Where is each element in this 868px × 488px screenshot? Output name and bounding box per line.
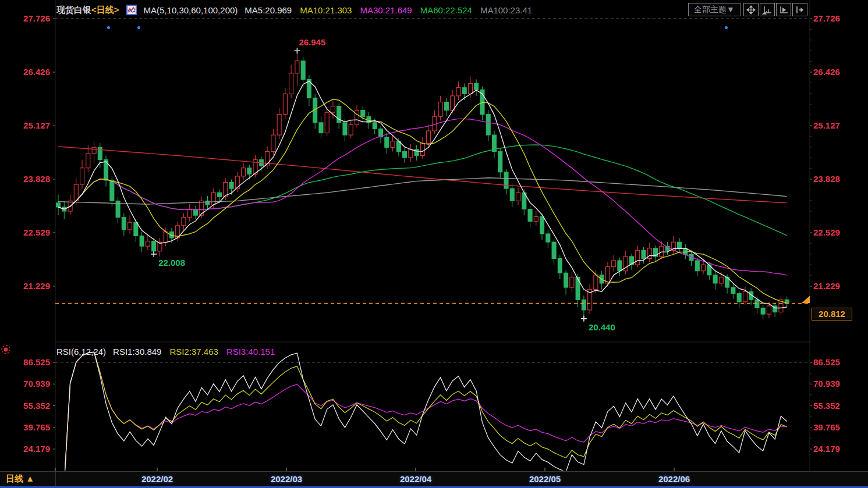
indicator-dot-icon[interactable] xyxy=(1,344,11,357)
rsi-legend-values: RSI1:30.849RSI2:37.463RSI3:40.151 xyxy=(113,347,275,357)
axis-separator xyxy=(55,472,56,486)
axis-play-icon[interactable] xyxy=(776,3,791,16)
price-annotation: 26.945 xyxy=(299,37,325,47)
legend-value: RSI2:37.463 xyxy=(169,347,218,357)
rsi-tick-label: 39.765 xyxy=(1,422,50,433)
pane-exit-icon[interactable] xyxy=(792,3,807,16)
x-axis-month-label: 2022/05 xyxy=(529,474,561,484)
price-tick-label: 26.426 xyxy=(1,67,50,77)
rsi-tick-label: 86.525 xyxy=(1,357,50,368)
chart-canvas[interactable] xyxy=(0,0,868,488)
price-tick-label: 25.127 xyxy=(1,120,50,131)
price-tick-label: 27.726 xyxy=(813,13,840,24)
timeframe-selector[interactable]: 日线 ▲ xyxy=(6,473,34,485)
legend-value: RSI1:30.849 xyxy=(113,347,161,357)
rsi-tick-label: 86.525 xyxy=(813,357,840,368)
price-tick-label: 23.828 xyxy=(813,174,840,184)
rsi-params-label: RSI(6,12,24) xyxy=(56,347,106,357)
instrument-name: 现货白银 xyxy=(56,5,91,15)
price-tick-label: 21.229 xyxy=(1,281,50,291)
legend-value: RSI3:40.151 xyxy=(226,347,275,357)
price-tick-label: 22.529 xyxy=(1,227,50,238)
rsi-tick-label: 24.179 xyxy=(813,444,840,454)
legend-value: MA10:21.303 xyxy=(300,5,352,15)
legend-value: MA100:23.41 xyxy=(480,5,532,15)
legend-value: MA30:21.649 xyxy=(360,5,412,15)
price-annotation: 22.008 xyxy=(158,258,185,268)
x-axis-month-label: 2022/04 xyxy=(400,474,431,484)
rsi-tick-label: 24.179 xyxy=(1,444,50,454)
legend-value: MA60:22.524 xyxy=(420,5,472,15)
price-tick-label: 25.127 xyxy=(813,120,840,131)
rsi-tick-label: 70.939 xyxy=(1,379,50,389)
x-axis-month-label: 2022/06 xyxy=(658,474,690,484)
alert-dot xyxy=(725,26,728,29)
time-axis-bar xyxy=(0,471,868,487)
alert-dot xyxy=(107,26,110,29)
timeframe-suffix: <日线> xyxy=(91,5,119,15)
rsi-legend: RSI(6,12,24) RSI1:30.849RSI2:37.463RSI3:… xyxy=(56,345,275,357)
ma-legend-values: MA5:20.969MA10:21.303MA30:21.649MA60:22.… xyxy=(245,5,532,15)
trading-app-window: 现货白银<日线> MA(5,10,30,60,100,200) MA5:20.9… xyxy=(0,0,868,488)
line-chart-icon[interactable] xyxy=(126,5,137,15)
axis-scale-icon[interactable] xyxy=(760,3,775,16)
theme-dropdown[interactable]: 全部主题▼ xyxy=(688,3,741,16)
price-tick-label: 26.426 xyxy=(813,67,840,77)
ma-params-label: MA(5,10,30,60,100,200) xyxy=(144,5,238,15)
price-tick-label: 27.726 xyxy=(1,13,50,24)
last-price-badge: 20.812 xyxy=(812,308,852,320)
rsi-tick-label: 39.765 xyxy=(813,422,840,433)
crosshair-move-icon[interactable] xyxy=(743,3,759,16)
x-axis-month-label: 2022/02 xyxy=(141,474,173,484)
instrument-title: 现货白银<日线> xyxy=(56,5,119,16)
rsi-tick-label: 55.352 xyxy=(813,401,840,411)
rsi-tick-label: 55.352 xyxy=(1,401,50,411)
price-tick-label: 22.529 xyxy=(813,227,840,238)
legend-value: MA5:20.969 xyxy=(245,5,292,15)
rsi-tick-label: 70.939 xyxy=(813,379,840,389)
x-axis-month-label: 2022/03 xyxy=(271,474,302,484)
alert-dot xyxy=(137,26,140,29)
main-chart-legend: 现货白银<日线> MA(5,10,30,60,100,200) MA5:20.9… xyxy=(56,3,532,16)
price-annotation: 20.440 xyxy=(589,322,615,332)
price-tick-label: 21.229 xyxy=(813,281,840,291)
price-tick-label: 23.828 xyxy=(1,174,50,184)
